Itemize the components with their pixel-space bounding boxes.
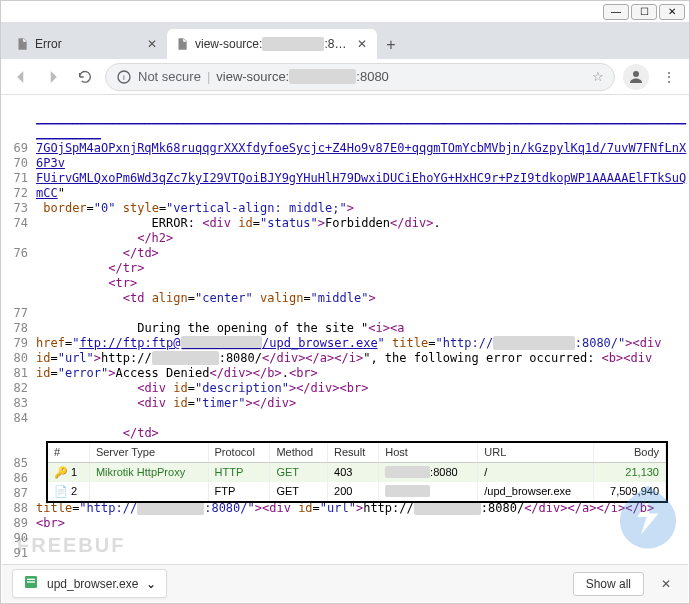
line-number: 92 <box>2 561 28 563</box>
cell: FTP <box>208 482 270 501</box>
data-uri-link[interactable]: FUirvGMLQxoPm6Wd3qZc7kyI29VTQoiBJY9gYHuH… <box>36 171 686 200</box>
watermark-logo <box>613 482 683 555</box>
cell: / <box>478 463 594 483</box>
column-header[interactable]: Body <box>594 443 666 463</box>
cell: HTTP <box>208 463 270 483</box>
data-uri-link[interactable]: 7GOjSpM4aOPxnjRqMk68ruqqgrXXXfdyfoeSycjc… <box>36 141 686 170</box>
reload-button[interactable] <box>73 65 97 89</box>
back-button[interactable] <box>9 65 33 89</box>
info-icon: i <box>116 69 132 85</box>
line-number: 79 <box>2 336 28 351</box>
line-number: 80 <box>2 351 28 366</box>
line-number: 71 <box>2 171 28 186</box>
profile-avatar[interactable] <box>623 64 649 90</box>
download-shelf: upd_browser.exe ⌄ Show all ✕ <box>2 564 688 602</box>
data-uri-link[interactable]: ________________________________________… <box>36 111 686 140</box>
cell: GET <box>270 463 328 483</box>
svg-point-2 <box>633 71 639 77</box>
line-number <box>2 441 28 456</box>
tab-strip: Error ✕ view-source:_________:8080 ✕ + <box>1 23 689 59</box>
line-number: 83 <box>2 396 28 411</box>
source-viewport: 6970717273747677787980818283848586878889… <box>2 96 688 563</box>
download-item[interactable]: upd_browser.exe ⌄ <box>12 569 167 598</box>
line-number: 78 <box>2 321 28 336</box>
line-number: 76 <box>2 246 28 261</box>
column-header[interactable]: Host <box>379 443 478 463</box>
line-number: 89 <box>2 516 28 531</box>
line-number: 81 <box>2 366 28 381</box>
menu-button[interactable]: ⋮ <box>657 65 681 89</box>
download-filename: upd_browser.exe <box>47 577 138 591</box>
line-number <box>2 276 28 291</box>
svg-rect-5 <box>27 581 35 582</box>
line-gutter: 6970717273747677787980818283848586878889… <box>2 96 32 563</box>
tab-view-source[interactable]: view-source:_________:8080 ✕ <box>167 29 377 59</box>
watermark-text: FREEBUF <box>17 534 125 557</box>
page-icon <box>175 37 189 51</box>
line-number <box>2 426 28 441</box>
security-label: Not secure <box>138 69 201 84</box>
tab-error[interactable]: Error ✕ <box>7 29 167 59</box>
column-header[interactable]: Method <box>270 443 328 463</box>
cell: 21,130 <box>594 463 666 483</box>
page-icon <box>15 37 29 51</box>
line-number: 73 <box>2 201 28 216</box>
bookmark-star-icon[interactable]: ☆ <box>592 69 604 84</box>
cell: 📄 2 <box>48 482 89 501</box>
window-close-button[interactable]: ✕ <box>659 4 685 20</box>
cell: 200 <box>328 482 379 501</box>
address-bar[interactable]: i Not secure | view-source:_________:808… <box>105 63 615 91</box>
show-all-button[interactable]: Show all <box>573 572 644 596</box>
line-number <box>2 111 28 126</box>
window-maximize-button[interactable]: ☐ <box>631 4 657 20</box>
chevron-down-icon[interactable]: ⌄ <box>146 577 156 591</box>
column-header[interactable]: Protocol <box>208 443 270 463</box>
separator: | <box>207 69 210 84</box>
cell: _______ <box>379 482 478 501</box>
svg-text:i: i <box>123 72 125 81</box>
network-table: #Server TypeProtocolMethodResultHostURLB… <box>46 441 668 503</box>
url-text: view-source:_________:8080 <box>216 69 586 84</box>
table-row[interactable]: 🔑 1Mikrotik HttpProxyHTTPGET403_______:8… <box>48 463 666 483</box>
line-number: 74 <box>2 216 28 231</box>
line-number <box>2 261 28 276</box>
cell: _______:8080 <box>379 463 478 483</box>
svg-rect-4 <box>27 579 35 580</box>
exe-icon <box>23 574 39 593</box>
line-number: 82 <box>2 381 28 396</box>
close-shelf-button[interactable]: ✕ <box>654 572 678 596</box>
tab-title: Error <box>35 37 139 51</box>
line-number: 84 <box>2 411 28 426</box>
column-header[interactable]: Server Type <box>89 443 208 463</box>
cell: 403 <box>328 463 379 483</box>
cell: 🔑 1 <box>48 463 89 483</box>
window-minimize-button[interactable]: — <box>603 4 629 20</box>
line-number <box>2 291 28 306</box>
cell: /upd_browser.exe <box>478 482 594 501</box>
close-icon[interactable]: ✕ <box>355 37 369 51</box>
line-number <box>2 231 28 246</box>
column-header[interactable]: URL <box>478 443 594 463</box>
cell: Mikrotik HttpProxy <box>89 463 208 483</box>
window-titlebar: — ☐ ✕ <box>1 1 689 23</box>
line-number: 87 <box>2 486 28 501</box>
line-number: 70 <box>2 156 28 171</box>
line-number: 72 <box>2 186 28 201</box>
line-number <box>2 126 28 141</box>
column-header[interactable]: Result <box>328 443 379 463</box>
line-number <box>2 96 28 111</box>
tab-title: view-source:_________:8080 <box>195 37 349 51</box>
column-header[interactable]: # <box>48 443 89 463</box>
cell <box>89 482 208 501</box>
line-number: 88 <box>2 501 28 516</box>
ftp-link[interactable]: ftp://ftp:ftp@___________/upd_browser.ex… <box>79 336 377 350</box>
line-number: 77 <box>2 306 28 321</box>
new-tab-button[interactable]: + <box>377 31 405 59</box>
table-row[interactable]: 📄 2FTPGET200_______/upd_browser.exe7,509… <box>48 482 666 501</box>
close-icon[interactable]: ✕ <box>145 37 159 51</box>
line-number: 86 <box>2 471 28 486</box>
line-number: 69 <box>2 141 28 156</box>
cell: GET <box>270 482 328 501</box>
line-number: 85 <box>2 456 28 471</box>
forward-button[interactable] <box>41 65 65 89</box>
